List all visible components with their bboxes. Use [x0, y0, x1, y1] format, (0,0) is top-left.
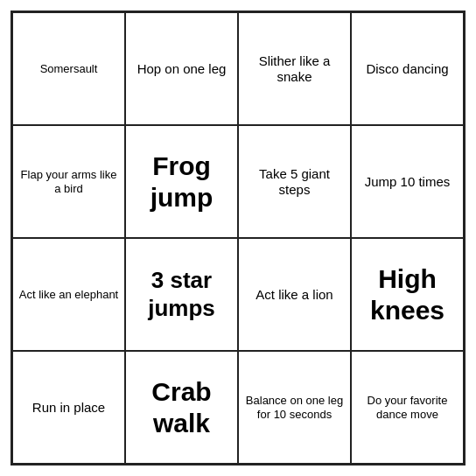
cell-text-r1c2: Take 5 giant steps — [244, 166, 345, 198]
bingo-cell-r0c1: Hop on one leg — [125, 12, 238, 125]
cell-text-r1c0: Flap your arms like a bird — [18, 168, 119, 195]
bingo-cell-r1c1: Frog jump — [125, 125, 238, 238]
bingo-cell-r0c0: Somersault — [12, 12, 125, 125]
bingo-grid: SomersaultHop on one legSlither like a s… — [10, 10, 466, 466]
cell-text-r3c2: Balance on one leg for 10 seconds — [244, 394, 345, 421]
bingo-cell-r3c3: Do your favorite dance move — [351, 351, 464, 464]
bingo-cell-r1c0: Flap your arms like a bird — [12, 125, 125, 238]
bingo-cell-r1c2: Take 5 giant steps — [238, 125, 351, 238]
cell-text-r3c3: Do your favorite dance move — [357, 394, 458, 421]
cell-text-r3c1: Crab walk — [131, 376, 232, 439]
bingo-cell-r0c3: Disco dancing — [351, 12, 464, 125]
bingo-cell-r2c2: Act like a lion — [238, 238, 351, 351]
bingo-cell-r3c2: Balance on one leg for 10 seconds — [238, 351, 351, 464]
cell-text-r3c0: Run in place — [32, 400, 105, 416]
bingo-cell-r2c1: 3 star jumps — [125, 238, 238, 351]
bingo-cell-r3c1: Crab walk — [125, 351, 238, 464]
cell-text-r0c0: Somersault — [40, 62, 98, 76]
cell-text-r1c1: Frog jump — [131, 150, 232, 214]
bingo-cell-r2c0: Act like an elephant — [12, 238, 125, 351]
bingo-cell-r2c3: High knees — [351, 238, 464, 351]
cell-text-r2c3: High knees — [357, 263, 458, 326]
bingo-cell-r3c0: Run in place — [12, 351, 125, 464]
cell-text-r0c1: Hop on one leg — [137, 61, 227, 77]
cell-text-r2c1: 3 star jumps — [131, 267, 232, 321]
bingo-cell-r1c3: Jump 10 times — [351, 125, 464, 238]
bingo-cell-r0c2: Slither like a snake — [238, 12, 351, 125]
cell-text-r0c3: Disco dancing — [366, 61, 448, 77]
cell-text-r0c2: Slither like a snake — [244, 53, 345, 85]
cell-text-r2c2: Act like a lion — [256, 287, 332, 303]
cell-text-r2c0: Act like an elephant — [19, 288, 118, 302]
cell-text-r1c3: Jump 10 times — [365, 174, 451, 190]
